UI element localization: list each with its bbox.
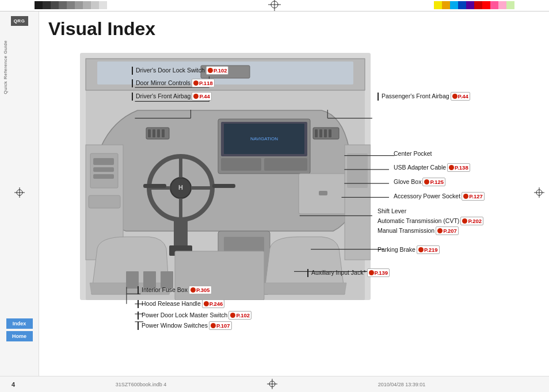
label-power-window: Power Window Switches P.107 xyxy=(138,321,232,330)
car-diagram: NAVIGATION xyxy=(80,53,371,300)
sidebar-rotated-text: Quick Reference Guide xyxy=(3,40,8,94)
tick-mark xyxy=(138,322,139,330)
tick-mark xyxy=(132,67,133,75)
svg-rect-45 xyxy=(89,195,120,208)
swatch-yellow xyxy=(434,1,442,9)
swatch-dark1 xyxy=(43,1,51,9)
ref-usb-adapter[interactable]: P.138 xyxy=(447,163,470,172)
home-button[interactable]: Home xyxy=(6,331,33,341)
ref-glove-box[interactable]: P.125 xyxy=(422,178,445,186)
svg-rect-14 xyxy=(174,220,188,248)
swatch-lightgreen xyxy=(506,1,514,9)
page-title: Visual Index xyxy=(48,18,540,40)
label-parking-brake: Parking Brake P.219 xyxy=(378,245,440,254)
label-drivers-airbag: Driver's Front Airbag P.44 xyxy=(132,92,212,101)
svg-rect-47 xyxy=(126,271,139,289)
bottom-bar: 4 31SZT600book.indb 4 2010/04/28 13:39:0… xyxy=(0,376,549,392)
swatch-black xyxy=(35,1,43,9)
svg-rect-24 xyxy=(152,129,155,137)
swatch-gray1 xyxy=(59,1,67,9)
tick-mark xyxy=(132,79,133,87)
swatch-gray6 xyxy=(99,1,107,9)
content-area: Visual Index xyxy=(39,11,549,376)
label-shift-lever: Shift Lever xyxy=(378,207,483,216)
svg-rect-42 xyxy=(93,158,114,165)
swatch-pink1 xyxy=(490,1,498,9)
ref-interior-fuse[interactable]: P.305 xyxy=(189,286,212,294)
page-container: QRG Quick Reference Guide Index Home Vis… xyxy=(0,0,549,392)
ref-drivers-airbag[interactable]: P.44 xyxy=(192,92,211,101)
swatch-red1 xyxy=(474,1,482,9)
label-door-mirror: Door Mirror Controls P.118 xyxy=(132,79,215,87)
label-manual-trans: Manual Transmission P.207 xyxy=(378,226,483,235)
svg-rect-44 xyxy=(93,174,114,179)
ref-door-mirror[interactable]: P.118 xyxy=(192,79,215,87)
svg-rect-43 xyxy=(93,167,114,172)
label-aux-input: Auxiliary Input Jack* P.139 xyxy=(307,268,390,277)
ref-aux-input[interactable]: P.139 xyxy=(367,268,390,277)
swatch-red2 xyxy=(482,1,490,9)
tick-mark xyxy=(138,286,139,294)
swatch-dark2 xyxy=(51,1,59,9)
ref-manual-trans[interactable]: P.207 xyxy=(436,226,459,235)
swatch-gray2 xyxy=(67,1,75,9)
tick-mark xyxy=(378,93,379,101)
svg-rect-51 xyxy=(347,153,368,188)
tick-mark xyxy=(138,300,139,308)
page-number: 4 xyxy=(12,381,15,388)
svg-rect-20 xyxy=(221,158,261,171)
main-area: QRG Quick Reference Guide Index Home Vis… xyxy=(0,11,549,376)
ref-parking-brake[interactable]: P.219 xyxy=(417,245,440,254)
svg-text:NAVIGATION: NAVIGATION xyxy=(250,136,278,141)
file-info-right: 2010/04/28 13:39:01 xyxy=(378,382,426,387)
svg-rect-29 xyxy=(319,129,322,137)
swatch-gray5 xyxy=(91,1,99,9)
label-hood-release: Hood Release Handle P.246 xyxy=(138,299,224,308)
swatch-gray3 xyxy=(75,1,83,9)
svg-rect-25 xyxy=(157,129,160,137)
swatch-purple xyxy=(466,1,474,9)
swatch-pink2 xyxy=(498,1,506,9)
label-drivers-door-lock: Driver's Door Lock Switch P.102 xyxy=(132,66,228,75)
label-auto-trans: Automatic Transmission (CVT) P.202 xyxy=(378,217,483,225)
index-button[interactable]: Index xyxy=(6,318,33,329)
reg-cross-bottom xyxy=(267,379,277,390)
label-power-door-lock: Power Door Lock Master Switch P.102 xyxy=(138,311,251,320)
color-bar-top xyxy=(0,0,549,11)
svg-rect-26 xyxy=(162,129,165,137)
ref-accessory-power[interactable]: P.127 xyxy=(462,192,485,201)
svg-rect-33 xyxy=(319,191,327,195)
label-passenger-airbag: Passenger's Front Airbag P.44 xyxy=(378,92,470,101)
svg-rect-57 xyxy=(212,184,235,188)
ref-drivers-door-lock[interactable]: P.102 xyxy=(206,66,229,75)
sidebar-bottom: Index Home xyxy=(6,318,33,341)
svg-text:H: H xyxy=(178,184,183,191)
reg-cross-left xyxy=(14,187,25,200)
ref-power-door-lock[interactable]: P.102 xyxy=(228,311,251,320)
tick-mark xyxy=(307,269,308,277)
svg-rect-31 xyxy=(329,129,331,137)
label-center-pocket: Center Pocket xyxy=(394,149,432,158)
tick-mark xyxy=(138,312,139,320)
label-glove-box: Glove Box P.125 xyxy=(394,178,445,186)
diagram-area: NAVIGATION xyxy=(48,44,540,326)
ref-hood-release[interactable]: P.246 xyxy=(202,299,225,308)
svg-rect-23 xyxy=(148,129,151,137)
label-interior-fuse: Interior Fuse Box P.305 xyxy=(138,286,212,294)
svg-rect-28 xyxy=(315,129,318,137)
reg-cross-right xyxy=(534,187,544,200)
file-info-left: 31SZT600book.indb 4 xyxy=(116,382,167,387)
svg-rect-30 xyxy=(324,129,327,137)
sidebar: QRG Quick Reference Guide Index Home xyxy=(0,11,39,376)
label-shift-lever-group: Shift Lever Automatic Transmission (CVT)… xyxy=(378,207,483,235)
swatch-blue xyxy=(458,1,466,9)
qrg-tab[interactable]: QRG xyxy=(11,16,28,26)
swatch-orange xyxy=(442,1,450,9)
ref-power-window[interactable]: P.107 xyxy=(209,321,232,330)
swatch-cyan xyxy=(450,1,458,9)
ref-auto-trans[interactable]: P.202 xyxy=(460,217,483,225)
svg-rect-56 xyxy=(143,184,166,188)
svg-rect-21 xyxy=(264,158,307,171)
label-accessory-power: Accessory Power Socket P.127 xyxy=(394,192,485,201)
ref-passenger-airbag[interactable]: P.44 xyxy=(451,92,470,101)
